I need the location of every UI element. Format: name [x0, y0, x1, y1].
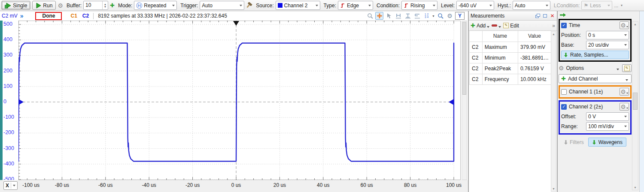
scroll-down-icon[interactable]: ▼ — [632, 186, 638, 189]
add-channel-label: Add Channel — [568, 76, 598, 82]
measurement-cell: 10.000 kHz — [518, 74, 551, 84]
plot-vertical-scrollbar[interactable] — [462, 21, 467, 180]
horizontal-cursors-icon[interactable] — [394, 12, 402, 20]
zoom-region-icon[interactable] — [436, 12, 444, 20]
y-tick-label: 400 — [3, 36, 16, 42]
notes-digits-icon[interactable]: 1 23 4 — [422, 12, 431, 20]
cursor-tool-icon[interactable] — [385, 12, 393, 20]
time-settings-button[interactable]: ⚙ — [620, 21, 629, 29]
measurement-row[interactable]: C2Peak2Peak0.76159 V — [470, 63, 551, 74]
scroll-down-icon[interactable]: ▼ — [551, 187, 556, 190]
add-channel-button[interactable]: ✚ Add Channel — [559, 74, 632, 83]
x-axis-button-label: X — [6, 183, 9, 189]
scrollbar-thumb[interactable] — [462, 22, 466, 95]
offset-value: 0 V — [588, 114, 623, 120]
scope-control-panel: ✓ Time ⚙ Position: 0 s Base: 20 us/div — [557, 11, 644, 192]
scroll-up-icon[interactable]: ▲ — [551, 33, 556, 36]
single-button[interactable]: 1 Single — [1, 1, 30, 10]
close-icon[interactable]: ✕ — [550, 13, 555, 18]
run-button[interactable]: Run — [32, 1, 56, 10]
type-select[interactable]: Edge — [338, 1, 373, 10]
buffer-spinner[interactable]: 10 ▲▼ — [83, 1, 108, 10]
hysteresis-select[interactable]: Auto — [513, 1, 550, 10]
filters-button[interactable]: Filters — [564, 139, 584, 145]
edit-note-icon[interactable]: ✎ — [503, 23, 509, 28]
toolbar-overflow-button[interactable]: ... — [614, 3, 618, 9]
channel1-settings-button[interactable]: ⚙ — [620, 88, 629, 96]
wavegens-button[interactable]: Wavegens — [588, 138, 626, 147]
filters-wavegens-row: Filters Wavegens — [559, 138, 632, 147]
options-label[interactable]: Options — [566, 65, 584, 71]
channel2-label: Channel 2 (2±) — [569, 104, 603, 110]
add-measurement-label[interactable]: Add — [477, 23, 486, 29]
channel2-checkbox[interactable]: ✓ — [561, 104, 567, 110]
toolbar-overflow-caret-icon[interactable]: ▼ — [620, 4, 623, 7]
time-checkbox[interactable]: ✓ — [561, 23, 567, 28]
x-axis-button[interactable]: X — [3, 181, 18, 190]
y-tick-label: -200 — [3, 129, 16, 135]
channel2-settings-button[interactable]: ⚙ — [620, 103, 629, 111]
channel2-color-swatch — [278, 3, 283, 8]
measurements-titlebar[interactable]: Measurements ✕ — [469, 11, 557, 21]
measurements-overflow-chevron[interactable]: » — [552, 23, 555, 29]
remove-measurement-icon[interactable] — [492, 24, 497, 27]
measurement-row[interactable]: C2Frequency10.000 kHz — [470, 74, 551, 84]
axis-expand-chevron-icon[interactable]: » — [20, 12, 24, 19]
level-value: -640 uV — [459, 3, 488, 9]
type-label: Type: — [324, 3, 336, 9]
waveform-plot[interactable] — [18, 21, 461, 180]
scrollbar-thumb[interactable] — [633, 93, 638, 110]
range-select[interactable]: 100 mV/div — [586, 122, 629, 131]
channel1-header: Channel 1 (1±) ⚙ — [561, 87, 629, 96]
offset-select[interactable]: 0 V — [586, 112, 629, 121]
edit-label[interactable]: Edit — [510, 23, 519, 29]
plot-settings-gear-icon[interactable]: ⚙ — [446, 12, 454, 20]
trigger-select[interactable]: Auto — [200, 1, 244, 10]
add-measurement-icon[interactable]: ✚ — [471, 22, 475, 29]
measurement-row[interactable]: C2Maximum379.90 mV — [470, 42, 551, 52]
channel2-tab[interactable]: C2 — [82, 13, 89, 19]
quick-measure-icon[interactable] — [413, 12, 421, 20]
control-panel-scrollbar[interactable]: ▲ ▼ — [632, 21, 638, 190]
x-tick-label: -100 us — [22, 182, 39, 188]
buffer-gear-icon[interactable]: ⚙ — [58, 3, 63, 9]
y-axis-button[interactable]: Y — [455, 12, 465, 20]
add-dropdown-caret-icon[interactable] — [487, 26, 489, 28]
wavegens-label: Wavegens — [598, 139, 623, 145]
measurement-row[interactable]: C2Minimum-381.6891… — [470, 52, 551, 63]
chevron-down-icon — [608, 5, 610, 6]
name-column-header: Name — [482, 31, 518, 42]
collapse-panel-arrow-icon[interactable] — [559, 13, 566, 17]
add-acquisition-icon[interactable]: ✚ — [110, 2, 115, 9]
measurement-cell: -381.6891… — [518, 52, 551, 63]
scroll-up-icon[interactable]: ▲ — [632, 23, 638, 26]
y-axis-channel-label[interactable]: C2 mV — [2, 13, 18, 19]
channel1-tab[interactable]: C1 — [70, 13, 77, 19]
condition-select[interactable]: Rising — [401, 1, 437, 10]
options-edit-button[interactable]: ✎ — [622, 64, 632, 72]
y-tick-label: -300 — [3, 145, 16, 151]
measurement-cell: 0.76159 V — [518, 63, 551, 74]
base-select[interactable]: 20 us/div — [586, 41, 629, 49]
measurements-scrollbar[interactable]: ▲ ▼ — [551, 31, 556, 192]
maximize-window-icon[interactable] — [542, 13, 548, 18]
arrow-down-icon — [564, 140, 568, 145]
remove-dropdown-caret-icon[interactable] — [498, 26, 501, 28]
move-tool-icon[interactable] — [375, 12, 383, 20]
vertical-cursors-icon[interactable] — [404, 12, 412, 20]
source-label: Source: — [256, 3, 273, 9]
options-caret-icon[interactable] — [617, 69, 619, 70]
position-select[interactable]: 0 s — [586, 31, 629, 39]
tools-dropdown-caret-icon[interactable]: ▼ — [432, 15, 435, 18]
buffer-spinner-arrows[interactable]: ▲▼ — [102, 1, 108, 9]
float-window-icon[interactable] — [535, 13, 541, 18]
source-select[interactable]: Channel 2 — [276, 1, 320, 10]
options-gear-icon[interactable]: ⚙ — [559, 65, 564, 71]
trigger-tool-icon[interactable] — [246, 2, 252, 9]
channel1-checkbox[interactable] — [561, 89, 567, 95]
rate-samples-button[interactable]: Rate, Samples... — [561, 51, 629, 59]
single-play-icon: 1 — [5, 3, 11, 9]
mode-select[interactable]: Ⓗ Repeated — [134, 1, 177, 10]
zoom-tool-icon[interactable] — [366, 12, 374, 20]
level-select[interactable]: -640 uV — [456, 1, 494, 10]
